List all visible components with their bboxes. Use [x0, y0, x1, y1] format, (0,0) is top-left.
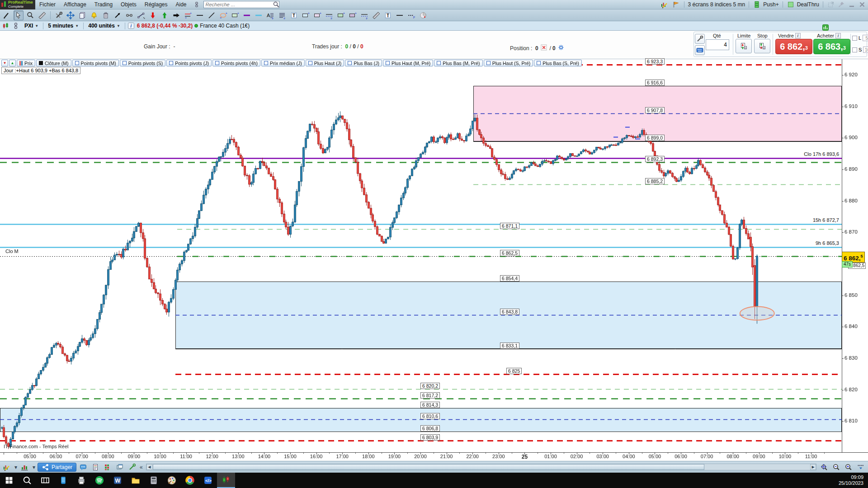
limit-pts-input[interactable] [863, 35, 868, 41]
zone-cyan-icon[interactable]: + [301, 10, 311, 20]
ruler2-icon[interactable] [371, 10, 381, 20]
sell-arrow-icon[interactable] [148, 10, 158, 20]
indicator-button[interactable]: Clôture (M) [36, 60, 71, 66]
push-label[interactable]: Push+ [763, 1, 778, 8]
indicator-checkbox[interactable] [537, 61, 541, 65]
task-view-icon[interactable] [36, 473, 54, 488]
chart-edit-icon[interactable] [660, 0, 669, 9]
alert-bell-icon[interactable] [89, 10, 99, 20]
order-keyboard-icon[interactable] [695, 45, 705, 55]
buy-arrow-icon[interactable] [160, 10, 170, 20]
indicator-button[interactable]: Prix médian (J) [261, 60, 305, 66]
chart-h-scrollbar[interactable]: ◀ ▶ [146, 464, 816, 470]
app-logo[interactable]: ProRealTime Complete [0, 0, 35, 9]
indicator-button[interactable]: Plus Bas (S, Pré) [534, 60, 582, 66]
axis-options-icon[interactable] [855, 462, 866, 472]
search-input[interactable] [204, 2, 272, 7]
indicator-checkbox[interactable] [348, 61, 352, 65]
menu-trading[interactable]: Trading [90, 0, 117, 9]
parallel-lines-icon[interactable]: ++ [183, 10, 193, 20]
indicator-button[interactable]: Points pivots (S) [120, 60, 165, 66]
scrollbar-thumb[interactable] [153, 464, 704, 470]
taskbar-search-icon[interactable] [18, 473, 36, 488]
indicator-checkbox[interactable] [169, 61, 173, 65]
indicator-checkbox[interactable] [123, 61, 127, 65]
indicator-button[interactable]: Points pivots (4h) [212, 60, 260, 66]
mini-chart-icon[interactable] [821, 23, 830, 31]
menu-réglages[interactable]: Réglages [141, 0, 172, 9]
minimize-icon[interactable] [848, 0, 856, 9]
move-icon[interactable] [66, 10, 75, 20]
phone-app-icon[interactable] [54, 473, 72, 488]
units-dropdown[interactable]: 400 unités▼ [85, 22, 123, 29]
calculator-icon[interactable] [145, 473, 163, 488]
taskbar-clock[interactable]: 09:09 25/10/2023 [839, 474, 868, 486]
windows-stack-icon[interactable] [114, 462, 125, 472]
indicator-collapse-down[interactable]: ▼ [1, 60, 8, 66]
scroll-right-arrow[interactable]: ▶ [810, 464, 816, 470]
indicator-button[interactable]: Points pivots (J) [166, 60, 212, 66]
file-explorer-icon[interactable] [127, 473, 145, 488]
limit-order-button[interactable] [736, 39, 752, 53]
push-icon[interactable] [753, 0, 761, 9]
stop-pts-input[interactable] [863, 47, 868, 53]
text-t-icon[interactable]: T [383, 10, 393, 20]
zoom-in-icon[interactable] [843, 462, 854, 472]
workspace-label[interactable]: 3 écrans 8 indices 5 mn [688, 1, 745, 8]
start-icon[interactable] [0, 473, 18, 488]
indicator-checkbox[interactable] [308, 61, 312, 65]
delete-icon[interactable] [101, 10, 111, 20]
buy-button[interactable]: 6 863,3 [813, 39, 850, 54]
settings-tools-icon[interactable] [54, 10, 64, 20]
oblique-line-icon[interactable] [207, 10, 217, 20]
paint-icon[interactable] [163, 473, 181, 488]
position-settings-icon[interactable] [557, 43, 565, 52]
horizontal-line-icon[interactable] [195, 10, 205, 20]
limit-checkbox[interactable] [852, 36, 857, 41]
close-icon[interactable] [858, 0, 866, 9]
dealthru-icon[interactable] [787, 0, 795, 9]
pie-tool-icon[interactable] [418, 10, 428, 20]
status-settings-icon[interactable] [127, 462, 137, 472]
chart-type-icon[interactable] [2, 22, 10, 30]
indicator-collapse-up[interactable]: ▲ [9, 60, 16, 66]
indicator-button[interactable]: Points pivots (M) [72, 60, 119, 66]
timeframe-dropdown[interactable]: 5 minutes▼ [45, 22, 81, 29]
hline2-icon[interactable] [395, 10, 405, 20]
trend-arrow-icon[interactable] [113, 10, 123, 20]
zoom-tool-icon[interactable] [25, 10, 35, 20]
zone-mauve-icon[interactable]: + [348, 10, 358, 20]
menu-affichage[interactable]: Affichage [60, 0, 90, 9]
collapse-icon[interactable]: « [139, 464, 144, 470]
segment-icon[interactable] [136, 10, 146, 20]
news-doc-icon[interactable] [90, 462, 101, 472]
indicator-button[interactable]: Plus Haut (J) [306, 60, 344, 66]
chart-select-caret[interactable]: ▾ [32, 464, 36, 470]
link-chart-icon[interactable] [12, 22, 20, 30]
instrument-dropdown[interactable]: PXI▼ [22, 22, 41, 29]
link-objects-icon[interactable] [124, 10, 134, 20]
sell-button[interactable]: 6 862,3 [775, 39, 812, 54]
zoom-fit-icon[interactable] [819, 462, 830, 472]
zone-green-icon[interactable]: + [336, 10, 346, 20]
text-box-icon[interactable]: T [289, 10, 299, 20]
prorealtime-app-icon[interactable] [217, 473, 235, 488]
printer-app-icon[interactable] [72, 473, 90, 488]
zone-pink-icon[interactable]: + [312, 10, 322, 20]
indicator-button[interactable]: Plus Bas (J) [345, 60, 382, 66]
menu-fichier[interactable]: Fichier [35, 0, 60, 9]
search-icon[interactable] [272, 0, 280, 9]
order-settings-icon[interactable] [695, 34, 705, 44]
zoom-out-icon[interactable] [831, 462, 842, 472]
chart-list-caret[interactable]: ▾ [14, 464, 18, 470]
spotify-icon[interactable] [90, 473, 108, 488]
qty-input[interactable] [706, 39, 729, 50]
stop-order-button[interactable] [754, 39, 770, 53]
share-button[interactable]: Partager [38, 463, 76, 472]
indicator-button[interactable]: Plus Bas (M, Pré) [434, 60, 482, 66]
chat-icon[interactable] [78, 462, 89, 472]
pin-icon[interactable] [837, 0, 845, 9]
text-lines-icon[interactable]: F [277, 10, 287, 20]
popout-icon[interactable] [827, 0, 835, 9]
ellipse-tool-icon[interactable]: ++ [218, 10, 228, 20]
